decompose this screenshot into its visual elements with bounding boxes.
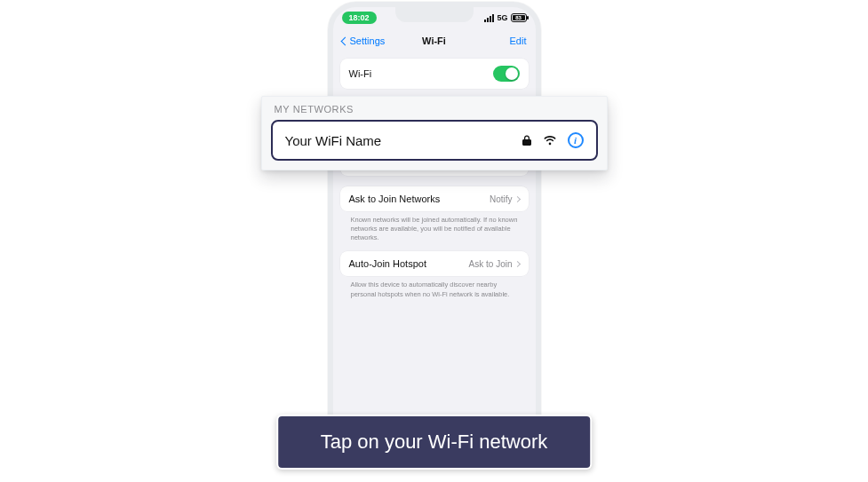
wifi-toggle-card: Wi-Fi: [340, 59, 529, 89]
chevron-right-icon: [514, 261, 520, 267]
auto-hotspot-footer: Allow this device to automatically disco…: [340, 276, 529, 307]
back-label: Settings: [350, 36, 386, 46]
auto-hotspot-value: Ask to Join: [469, 259, 513, 269]
back-button[interactable]: Settings: [342, 36, 386, 46]
ask-join-row[interactable]: Ask to Join Networks Notify: [340, 186, 529, 211]
wifi-toggle-label: Wi-Fi: [349, 68, 372, 79]
nav-bar: Settings Wi-Fi Edit: [333, 28, 536, 53]
signal-bars-icon: [484, 14, 494, 22]
info-icon[interactable]: i: [568, 132, 584, 148]
ask-join-footer: Known networks will be joined automatica…: [340, 211, 529, 251]
chevron-left-icon: [340, 36, 349, 45]
signal-label: 5G: [497, 13, 507, 22]
phone-mockup: 18:02 5G 83 Settings Wi-Fi Edit Wi-Fi: [328, 2, 541, 446]
ask-join-value: Notify: [490, 194, 513, 204]
auto-hotspot-card: Auto-Join Hotspot Ask to Join: [340, 251, 529, 276]
network-callout-overlay: MY NETWORKS Your WiFi Name i: [261, 96, 608, 170]
network-name: Your WiFi Name: [285, 133, 382, 148]
edit-button[interactable]: Edit: [510, 36, 527, 46]
instruction-caption: Tap on your Wi-Fi network: [276, 415, 593, 470]
ask-join-card: Ask to Join Networks Notify: [340, 186, 529, 211]
battery-icon: 83: [511, 13, 527, 22]
wifi-icon: [543, 135, 557, 146]
lock-icon: [522, 134, 532, 146]
network-row[interactable]: Your WiFi Name i: [271, 120, 598, 161]
ask-join-label: Ask to Join Networks: [349, 194, 441, 204]
phone-notch: [395, 7, 474, 22]
my-networks-heading: MY NETWORKS: [262, 97, 607, 120]
battery-level: 83: [515, 15, 522, 20]
auto-hotspot-row[interactable]: Auto-Join Hotspot Ask to Join: [340, 251, 529, 276]
status-time: 18:02: [342, 12, 377, 24]
chevron-right-icon: [514, 195, 520, 201]
wifi-toggle[interactable]: [493, 66, 520, 82]
auto-hotspot-label: Auto-Join Hotspot: [349, 258, 426, 269]
